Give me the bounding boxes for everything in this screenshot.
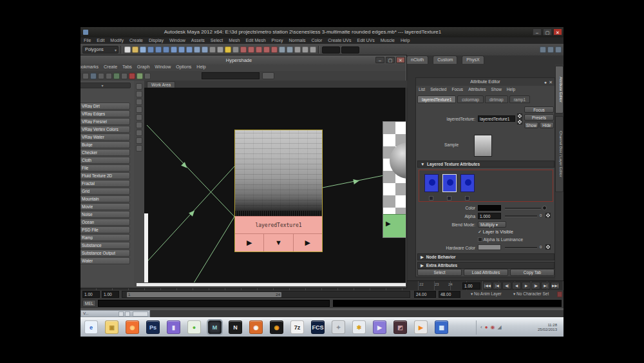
ae-menu-item[interactable]: Show xyxy=(491,87,502,92)
character-set-dropdown[interactable]: ▾ No Character Set xyxy=(513,291,549,298)
alpha-luminance-checkbox[interactable]: Alpha Is Luminance xyxy=(478,237,523,242)
input-field-x[interactable] xyxy=(322,46,340,54)
maya-icon[interactable]: M xyxy=(208,320,222,334)
7zip-icon[interactable]: 7z xyxy=(290,320,304,334)
new-scene-icon[interactable] xyxy=(124,46,131,53)
blend-mode-dropdown[interactable]: Multiply ▾ xyxy=(478,221,506,228)
green-orb-icon[interactable]: ● xyxy=(187,320,201,334)
photoshop-icon[interactable]: Ps xyxy=(146,320,160,334)
auto-key-icon[interactable] xyxy=(557,291,562,297)
toxik-icon[interactable]: ◉ xyxy=(270,320,283,334)
ae-bottom-button[interactable]: Copy Tab xyxy=(510,269,554,276)
create-node-button[interactable]: Grid xyxy=(80,188,130,195)
shelf-tab[interactable]: Custom xyxy=(433,55,457,64)
question-icon[interactable] xyxy=(217,46,223,53)
work-area-scrollbar-vertical[interactable] xyxy=(144,213,148,282)
animation-end-field[interactable]: 24.00 xyxy=(414,291,436,298)
create-node-button[interactable]: VRay Dirt xyxy=(80,103,130,110)
minimized-window-titlebar[interactable]: V... xyxy=(80,310,150,317)
layer-checkbox-3[interactable] xyxy=(465,196,469,201)
playback-button[interactable]: ▶ xyxy=(522,282,531,289)
input-output-connections-icon[interactable] xyxy=(137,73,143,79)
ae-menu-item[interactable]: List xyxy=(419,87,425,92)
clear-graph-icon[interactable] xyxy=(98,73,104,79)
maya-menu-item[interactable]: Color xyxy=(312,38,323,44)
fcs-icon[interactable]: FCS xyxy=(311,320,325,334)
tab-work-area[interactable]: Work Area xyxy=(147,81,175,88)
lock-icon[interactable] xyxy=(225,46,231,53)
maya-menu-item[interactable]: Edit UVs xyxy=(357,38,374,44)
ae-node-tab[interactable]: colormap xyxy=(457,95,484,103)
playback-button[interactable]: ▶| xyxy=(541,282,550,289)
hypershade-menu-item[interactable]: Graph xyxy=(137,64,149,69)
create-bar-icon[interactable] xyxy=(90,73,97,79)
ae-bottom-button[interactable]: Select xyxy=(417,269,462,276)
hardware-color-swatch[interactable] xyxy=(478,244,501,250)
maya-menu-item[interactable]: Window xyxy=(169,38,185,44)
work-area-scrollbar-horizontal[interactable] xyxy=(137,283,406,286)
mel-button[interactable]: MEL xyxy=(82,300,96,307)
maximize-button[interactable]: ▢ xyxy=(386,57,395,63)
attreditor-toggle-icon[interactable] xyxy=(555,46,562,53)
material-node-partial[interactable]: ▶ xyxy=(383,121,406,238)
soft-select-icon[interactable] xyxy=(209,46,216,53)
tray-expand-icon[interactable]: ‹ xyxy=(480,325,482,330)
layer-checkbox-1[interactable] xyxy=(429,196,433,201)
maya-menu-item[interactable]: Mesh xyxy=(229,38,240,44)
rearrange-graph-icon[interactable] xyxy=(106,73,112,79)
maya-menu-item[interactable]: Select xyxy=(211,38,223,44)
playback-button[interactable]: ◀ xyxy=(512,282,521,289)
layer-swatch-2-selected[interactable] xyxy=(442,174,457,192)
bake-sets-icon[interactable] xyxy=(136,130,142,136)
node-input-arrow[interactable]: ▶ xyxy=(235,234,264,251)
extra-attributes-section[interactable]: ▶ Extra Attributes xyxy=(417,262,554,269)
hardware-color-slider[interactable] xyxy=(505,247,537,249)
previous-graph-icon[interactable] xyxy=(80,73,81,79)
create-node-button[interactable]: Ocean xyxy=(80,219,130,226)
gold-paint-icon[interactable]: ✱ xyxy=(352,320,366,334)
hypershade-title-bar[interactable]: Hypershade xyxy=(80,56,406,64)
tab-attribute-editor[interactable]: Attribute Editor xyxy=(555,66,564,113)
minimize-button[interactable] xyxy=(118,311,124,317)
create-node-button[interactable]: VRay Water xyxy=(80,133,130,141)
move-tool-icon[interactable] xyxy=(171,46,177,53)
ae-node-tab[interactable]: ramp1 xyxy=(509,95,530,103)
create-node-button[interactable]: Substance xyxy=(80,242,130,249)
close-button[interactable]: ✕ xyxy=(396,57,405,63)
blue-app-icon[interactable]: ▦ xyxy=(435,320,448,334)
maya-menu-item[interactable]: Edit Mesh xyxy=(245,38,265,44)
focus-button[interactable]: Focus xyxy=(524,106,554,113)
maya-menu-item[interactable]: File xyxy=(84,38,91,44)
filter-button[interactable] xyxy=(262,72,274,79)
hypershade-menu-item[interactable]: Create xyxy=(104,64,117,69)
maya-menu-item[interactable]: Muscle xyxy=(381,38,395,44)
snap-point-icon[interactable] xyxy=(256,46,262,53)
snap-plane-icon[interactable] xyxy=(263,46,270,53)
alpha-map-icon[interactable] xyxy=(545,213,551,218)
highlight-icon[interactable] xyxy=(232,46,239,53)
range-slider-track[interactable]: 1 24 xyxy=(122,291,410,298)
layered-texture-node[interactable]: layeredTexture1 ▶ ▼ ▶ xyxy=(234,130,323,252)
create-node-button[interactable]: Bulge xyxy=(80,141,130,148)
swap-up-icon[interactable] xyxy=(517,113,522,119)
layer-visible-checkbox[interactable]: ✓ Layer is Visible xyxy=(478,230,513,235)
hide-button[interactable]: Hide xyxy=(540,122,554,128)
color-slider[interactable] xyxy=(505,208,541,210)
snap-grid-icon[interactable] xyxy=(240,46,247,53)
create-node-button[interactable]: Water xyxy=(80,257,130,264)
silver-app-icon[interactable]: ✦ xyxy=(332,320,345,334)
kmplayer-icon[interactable]: ▶ xyxy=(373,320,386,334)
ae-menu-item[interactable]: Selected xyxy=(430,87,446,92)
layers-area[interactable] xyxy=(419,170,553,202)
ae-bottom-button[interactable]: Load Attributes xyxy=(464,269,508,276)
projects-icon[interactable] xyxy=(136,137,142,144)
materials-tab-icon[interactable] xyxy=(136,83,142,90)
blender-icon[interactable]: ◉ xyxy=(249,320,263,334)
swap-down-icon[interactable] xyxy=(517,119,522,124)
menu-set-dropdown[interactable]: Polygons▾ xyxy=(82,46,118,54)
create-node-button[interactable]: PSD File xyxy=(80,226,130,233)
layer-swatch-1[interactable] xyxy=(424,174,439,192)
color-slider-knob[interactable] xyxy=(542,206,547,210)
create-node-button[interactable]: Noise xyxy=(80,211,130,218)
shading-groups-icon[interactable] xyxy=(136,122,142,128)
